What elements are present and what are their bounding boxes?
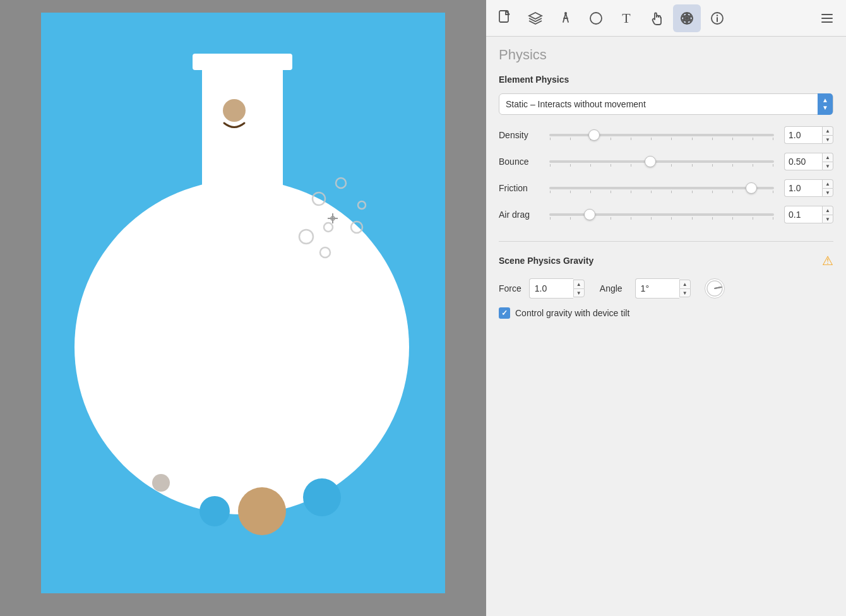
- section-divider: [499, 241, 833, 242]
- bounce-down-button[interactable]: ▼: [822, 162, 833, 170]
- slider-tick: [570, 138, 571, 140]
- physics-type-dropdown[interactable]: Static – Interacts without movement ▲ ▼: [499, 93, 833, 115]
- prop-row-friction: Friction1.0▲▼: [499, 179, 833, 197]
- slider-tick: [753, 217, 753, 220]
- slider-ticks-density: [550, 138, 773, 140]
- layers-button[interactable]: [521, 4, 549, 32]
- text-icon: T: [622, 10, 630, 27]
- slider-track-bounce[interactable]: [549, 160, 774, 163]
- hand-button[interactable]: [643, 4, 670, 32]
- force-stepper: ▲ ▼: [573, 280, 585, 297]
- slider-thumb-bounce[interactable]: [645, 156, 656, 167]
- density-down-button[interactable]: ▼: [822, 135, 833, 144]
- slider-tick: [550, 217, 551, 220]
- panel-content: Physics Element Physics Static – Interac…: [486, 37, 846, 616]
- slider-tick: [590, 164, 591, 167]
- element-physics-title: Element Physics: [499, 74, 833, 85]
- svg-rect-3: [202, 139, 283, 202]
- angle-down-button[interactable]: ▼: [679, 288, 691, 297]
- slider-track-density[interactable]: [549, 134, 774, 136]
- svg-point-2: [74, 180, 409, 514]
- prop-row-density: Density1.0▲▼: [499, 126, 833, 144]
- gravity-checkbox[interactable]: [499, 307, 510, 319]
- slider-container-bounce: [549, 154, 774, 169]
- air_drag-up-button[interactable]: ▲: [822, 206, 833, 215]
- slider-thumb-density[interactable]: [588, 129, 600, 141]
- slider-tick: [570, 164, 571, 167]
- prop-label-friction: Friction: [499, 183, 549, 193]
- slider-tick: [631, 217, 631, 220]
- svg-point-22: [685, 16, 689, 20]
- slider-container-density: [549, 127, 774, 143]
- slider-tick: [712, 138, 713, 140]
- density-up-button[interactable]: ▲: [822, 126, 833, 135]
- svg-point-11: [358, 201, 366, 209]
- force-input[interactable]: 1.0: [529, 278, 573, 299]
- angle-input[interactable]: 1°: [635, 278, 679, 299]
- value-group-bounce: 0.50▲▼: [784, 153, 833, 170]
- svg-point-4: [223, 99, 246, 122]
- slider-tick: [611, 164, 611, 167]
- canvas-frame[interactable]: [41, 13, 445, 593]
- slider-track-air_drag[interactable]: [549, 213, 774, 216]
- shapes-button[interactable]: [582, 4, 610, 32]
- svg-point-18: [303, 478, 341, 516]
- slider-tick: [732, 164, 733, 167]
- angle-dial[interactable]: [705, 278, 725, 299]
- slider-tick: [773, 164, 773, 167]
- gravity-title: Scene Physics Gravity: [499, 256, 593, 266]
- slider-tick: [550, 138, 551, 140]
- warning-icon: ⚠: [822, 253, 833, 268]
- value-group-friction: 1.0▲▼: [784, 179, 833, 197]
- friction-up-button[interactable]: ▲: [822, 179, 833, 188]
- svg-point-6: [336, 178, 346, 188]
- svg-point-21: [590, 13, 602, 24]
- value-input-air_drag[interactable]: 0.1: [784, 206, 822, 223]
- slider-thumb-friction[interactable]: [746, 182, 757, 194]
- prop-label-density: Density: [499, 130, 549, 140]
- force-down-button[interactable]: ▼: [573, 288, 585, 297]
- slider-tick: [712, 191, 713, 193]
- menu-button[interactable]: [813, 4, 841, 32]
- svg-point-17: [238, 487, 286, 535]
- slider-tick: [611, 138, 611, 140]
- slider-tick: [631, 164, 631, 167]
- slider-tick: [550, 191, 551, 193]
- gravity-header: Scene Physics Gravity ⚠: [499, 253, 833, 268]
- prop-label-bounce: Bounce: [499, 157, 549, 167]
- info-button[interactable]: [703, 4, 731, 32]
- value-input-density[interactable]: 1.0: [784, 126, 822, 144]
- friction-down-button[interactable]: ▼: [822, 188, 833, 197]
- text-button[interactable]: T: [612, 4, 640, 32]
- gravity-force-row: Force 1.0 ▲ ▼ Angle 1° ▲ ▼: [499, 278, 833, 299]
- svg-point-33: [707, 281, 722, 296]
- slider-tick: [570, 217, 571, 220]
- element-physics-section: Element Physics Static – Interacts witho…: [499, 74, 833, 223]
- slider-container-friction: [549, 181, 774, 196]
- slider-tick: [692, 164, 693, 167]
- slider-track-friction[interactable]: [549, 187, 774, 189]
- svg-point-29: [717, 15, 718, 16]
- angle-up-button[interactable]: ▲: [679, 280, 691, 288]
- force-up-button[interactable]: ▲: [573, 280, 585, 288]
- slider-tick: [651, 138, 652, 140]
- slider-tick: [550, 164, 551, 167]
- bounce-up-button[interactable]: ▲: [822, 153, 833, 162]
- panel-title: Physics: [499, 47, 833, 63]
- air_drag-down-button[interactable]: ▼: [822, 215, 833, 223]
- slider-thumb-air_drag[interactable]: [584, 209, 595, 220]
- slider-tick: [671, 138, 672, 140]
- slider-tick: [773, 191, 773, 193]
- force-label: Force: [499, 283, 521, 293]
- draw-button[interactable]: [552, 4, 580, 32]
- new-doc-button[interactable]: [491, 4, 519, 32]
- value-input-bounce[interactable]: 0.50: [784, 153, 822, 170]
- value-input-friction[interactable]: 1.0: [784, 179, 822, 197]
- slider-tick: [611, 217, 611, 220]
- svg-point-20: [564, 12, 567, 15]
- physics-button[interactable]: [673, 4, 701, 32]
- slider-tick: [753, 138, 753, 140]
- dropdown-arrow: ▲ ▼: [818, 93, 833, 115]
- angle-stepper: ▲ ▼: [679, 280, 691, 297]
- stepper-bounce: ▲▼: [822, 153, 833, 170]
